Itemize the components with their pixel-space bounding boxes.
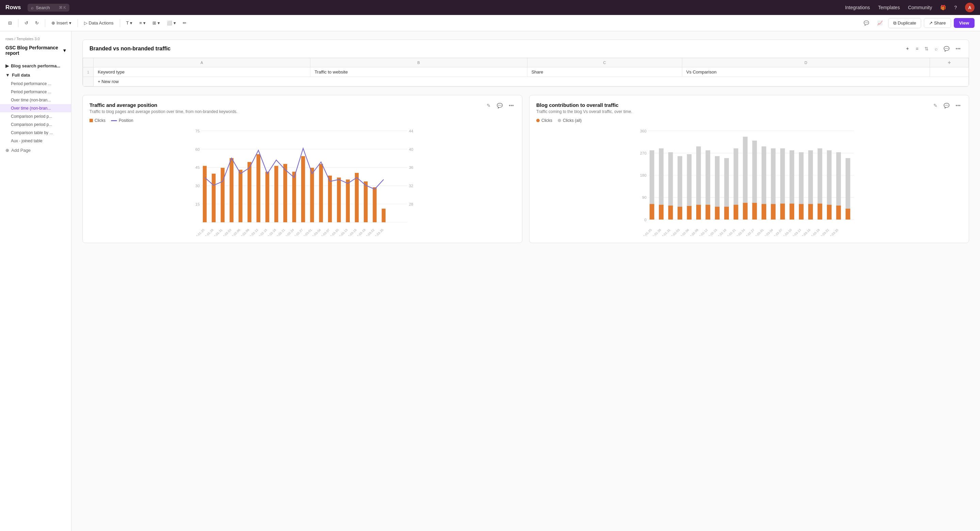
chart1-title-group: Traffic and average position Traffic to … (89, 102, 237, 118)
cell-share[interactable]: Share (527, 67, 682, 77)
breadcrumb: rows / Templates 3.0 (0, 35, 71, 43)
sort-icon[interactable]: ⇅ (923, 45, 930, 52)
svg-rect-99 (789, 204, 794, 220)
nav-integrations[interactable]: Integrations (845, 5, 870, 10)
svg-rect-111 (846, 209, 850, 220)
comment-button[interactable]: 💬 (861, 19, 872, 27)
user-avatar[interactable]: A (965, 3, 975, 12)
undo-button[interactable]: ↺ (22, 19, 31, 27)
svg-rect-107 (827, 205, 832, 220)
brand-logo[interactable]: Rows (5, 4, 21, 11)
chart2-edit-icon[interactable]: ✎ (932, 102, 939, 109)
main-toolbar: ⊟ ↺ ↻ ⊕ Insert ▾ ▷ Data Actions T ▾ ≡ ▾ … (0, 15, 980, 31)
svg-rect-19 (230, 158, 234, 222)
col-header-d[interactable]: D (682, 58, 930, 67)
chart1-icons: ✎ 💬 ••• (485, 102, 515, 109)
duplicate-icon: ⧉ (893, 21, 896, 26)
chevron-down-icon: ▼ (5, 72, 10, 78)
main-content: Branded vs non-branded traffic ✦ ≡ ⇅ ⌕ 💬… (72, 31, 980, 531)
chart1-more-icon[interactable]: ••• (508, 102, 515, 109)
format-text-button[interactable]: T ▾ (124, 19, 135, 27)
duplicate-label: Duplicate (898, 21, 916, 26)
col-header-c[interactable]: C (527, 58, 682, 67)
view-button[interactable]: View (954, 18, 975, 28)
search-shortcut: ⌘ K (59, 5, 66, 10)
sidebar-item-comparison-p1[interactable]: Comparison period p... (0, 112, 71, 121)
sidebar-toggle-button[interactable]: ⊟ (5, 19, 14, 27)
breadcrumb-section[interactable]: Templates 3.0 (16, 37, 40, 41)
cell-vs-comparison[interactable]: Vs Comparison (682, 67, 930, 77)
sidebar-item-blog-search[interactable]: ▶ Blog search performa... (0, 61, 71, 70)
align-button[interactable]: ≡ ▾ (137, 19, 148, 27)
svg-rect-21 (247, 162, 251, 222)
chevron-cell-icon: ▾ (158, 21, 160, 26)
position-legend-label: Position (119, 118, 134, 123)
svg-rect-32 (346, 179, 350, 222)
new-row-cell[interactable]: + New row (94, 77, 969, 86)
nav-templates[interactable]: Templates (878, 5, 900, 10)
sidebar-item-over-time-1[interactable]: Over time (non-bran... (0, 96, 71, 104)
data-table: A B C D + 1 Keyword type Traffic to webs… (83, 58, 969, 86)
sidebar-item-period-perf-1[interactable]: Period performance ... (0, 80, 71, 88)
svg-text:36: 36 (409, 166, 414, 169)
svg-rect-95 (771, 204, 776, 220)
svg-rect-31 (337, 178, 340, 222)
duplicate-button[interactable]: ⧉ Duplicate (888, 18, 921, 28)
chevron-align-icon: ▾ (143, 21, 146, 26)
share-button[interactable]: ↗ Share (924, 18, 951, 28)
svg-text:2024-01-25: 2024-01-25 (192, 228, 205, 236)
chart-view-button[interactable]: 📈 (875, 19, 885, 27)
chart2-more-icon[interactable]: ••• (954, 102, 962, 109)
svg-text:75: 75 (195, 129, 200, 133)
chat-icon[interactable]: 💬 (942, 45, 951, 52)
clicks-legend-label: Clicks (95, 118, 105, 123)
insert-button[interactable]: ⊕ Insert ▾ (49, 19, 74, 27)
breadcrumb-home[interactable]: rows (5, 37, 13, 41)
toolbar-separator-4 (120, 19, 120, 27)
chart2-comment-icon[interactable]: 💬 (942, 102, 951, 109)
chevron-title-icon[interactable]: ▾ (63, 48, 66, 53)
svg-rect-77 (687, 206, 692, 220)
table-row: 1 Keyword type Traffic to website Share … (83, 67, 969, 77)
svg-text:2024-01-25: 2024-01-25 (639, 228, 652, 236)
svg-text:45: 45 (195, 166, 200, 169)
table-wrapper: A B C D + 1 Keyword type Traffic to webs… (83, 58, 969, 86)
chart2-card: Blog contribution to overall traffic Tra… (529, 95, 969, 243)
gift-icon[interactable]: 🎁 (940, 5, 946, 10)
data-actions-button[interactable]: ▷ Data Actions (81, 19, 116, 27)
svg-rect-29 (319, 164, 323, 222)
sidebar-item-period-perf-2[interactable]: Period performance ... (0, 88, 71, 96)
sidebar-item-comparison-table[interactable]: Comparison table by ... (0, 129, 71, 137)
redo-button[interactable]: ↻ (32, 19, 41, 27)
brush-button[interactable]: ✏ (180, 19, 189, 27)
col-header-b[interactable]: B (310, 58, 527, 67)
svg-rect-71 (659, 205, 663, 220)
svg-rect-24 (274, 166, 278, 222)
chart1-comment-icon[interactable]: 💬 (495, 102, 504, 109)
chart1-legend: Clicks Position (89, 118, 515, 123)
svg-text:270: 270 (640, 151, 646, 155)
cell-format-button[interactable]: ⊞ ▾ (150, 19, 163, 27)
help-icon[interactable]: ? (954, 5, 957, 10)
nav-community[interactable]: Community (908, 5, 932, 10)
svg-rect-83 (715, 207, 720, 220)
play-icon: ▷ (84, 21, 88, 26)
sidebar-item-comparison-p2[interactable]: Comparison period p... (0, 121, 71, 129)
sidebar-item-full-data[interactable]: ▼ Full data (0, 70, 71, 80)
search-box[interactable]: ⌕ Search ⌘ K (27, 4, 69, 11)
search-table-icon[interactable]: ⌕ (933, 45, 939, 52)
more-icon[interactable]: ••• (954, 45, 962, 52)
sparkle-icon[interactable]: ✦ (904, 45, 911, 52)
cell-keyword-type[interactable]: Keyword type (94, 67, 310, 77)
sidebar-item-over-time-2[interactable]: Over time (non-bran... (0, 104, 71, 112)
col-header-a[interactable]: A (94, 58, 310, 67)
chart-type-button[interactable]: ⬜ ▾ (164, 19, 179, 27)
toolbar-separator-2 (45, 19, 45, 27)
filter-icon[interactable]: ≡ (914, 45, 920, 52)
add-column-button[interactable]: + (930, 58, 969, 67)
chart2-legend: Clicks Clicks (all) (536, 118, 962, 123)
cell-traffic[interactable]: Traffic to website (310, 67, 527, 77)
sidebar-item-aux-joined[interactable]: Aux - joined table (0, 137, 71, 145)
add-page-button[interactable]: ⊕ Add Page (0, 145, 71, 156)
chart1-edit-icon[interactable]: ✎ (485, 102, 492, 109)
